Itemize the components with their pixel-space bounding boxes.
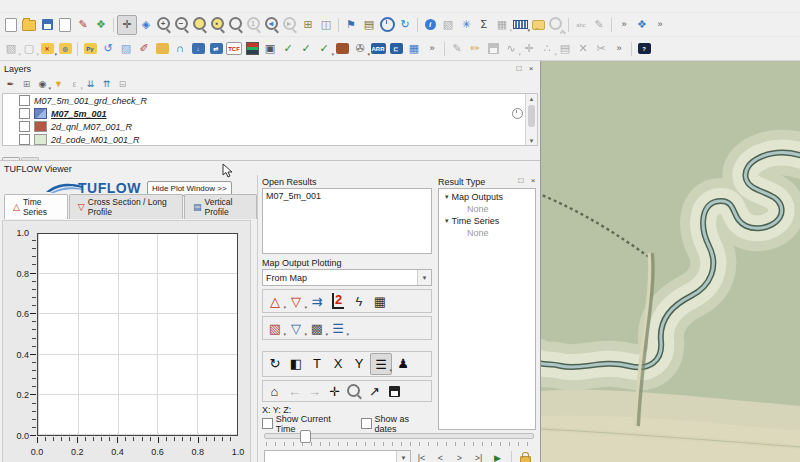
save-figure-button[interactable] xyxy=(385,382,404,400)
save-project-button[interactable] xyxy=(38,16,56,34)
result-type-parent[interactable]: Map Outputs xyxy=(441,191,533,203)
check-files-3-button[interactable]: ✓ xyxy=(315,40,333,58)
layer-visibility-checkbox[interactable] xyxy=(19,95,30,106)
plot-cross-section-button[interactable]: ▽ xyxy=(286,291,306,311)
3d-box-button[interactable] xyxy=(153,40,171,58)
select-rectangle-button[interactable]: ▧ xyxy=(2,40,20,58)
layer-visibility-checkbox[interactable] xyxy=(19,108,30,119)
cs-from-map-button[interactable]: ▽ xyxy=(286,318,306,338)
edit-pencil-gray-button[interactable]: ✎ xyxy=(448,40,466,58)
panel-close-icon[interactable]: × xyxy=(528,175,538,185)
layers-scrollbar[interactable]: ▲ ▼ xyxy=(525,94,537,145)
toolbar-overflow-1[interactable]: » xyxy=(615,16,633,34)
save-project-as-button[interactable] xyxy=(56,16,74,34)
open-layer-styling-button[interactable]: ✒ xyxy=(3,77,18,92)
scroll-down-icon[interactable]: ▼ xyxy=(529,136,535,145)
clear-plot-button[interactable]: ◧ xyxy=(286,353,306,373)
select-by-location-button[interactable]: ◎ xyxy=(56,40,74,58)
panel-tab-layers[interactable] xyxy=(2,157,20,160)
zoom-last-button[interactable]: ◂ xyxy=(263,16,281,34)
check-files-2-button[interactable]: ✓ xyxy=(297,40,315,58)
scroll-up-icon[interactable]: ▲ xyxy=(529,94,535,103)
filter-legend-button[interactable]: ▼ xyxy=(51,77,66,92)
select-features-button[interactable]: ▧ xyxy=(439,16,457,34)
layer-item-2d-qnl[interactable]: 2d_qnl_M07_001_R xyxy=(3,120,537,133)
remove-layer-button[interactable]: ⊟ xyxy=(115,77,130,92)
filter-by-expression-button[interactable]: ε xyxy=(67,77,82,92)
time-slider[interactable] xyxy=(262,430,536,442)
plot-user-button[interactable]: ♟ xyxy=(393,353,413,373)
checkbox-box[interactable] xyxy=(361,418,372,429)
layer-visibility-checkbox[interactable] xyxy=(19,134,30,145)
result-type-child[interactable]: None xyxy=(441,227,533,239)
identify-features-button[interactable]: i xyxy=(421,16,439,34)
tab-time-series[interactable]: △Time Series xyxy=(4,194,68,219)
toolbar-overflow-2[interactable]: » xyxy=(651,16,669,34)
show-bookmarks-button[interactable]: ▤ xyxy=(360,16,378,34)
delete-selected-button[interactable]: ✕ xyxy=(574,40,592,58)
curtain-plot-button[interactable]: ▩ xyxy=(307,318,327,338)
chevron-down-icon[interactable]: ▼ xyxy=(396,451,410,462)
plot-source-dropdown[interactable]: From Map ▼ xyxy=(262,269,432,286)
deselect-all-button[interactable]: ▢ xyxy=(20,40,38,58)
tcf-tool-button[interactable]: TCF xyxy=(225,40,243,58)
save-edits-button[interactable] xyxy=(484,40,502,58)
zoom-full-button[interactable] xyxy=(191,16,209,34)
map-tips-button[interactable] xyxy=(529,16,547,34)
refresh-map-button[interactable]: ↻ xyxy=(396,16,414,34)
configure-plot-button[interactable]: ↗ xyxy=(365,382,384,400)
select-by-value-button[interactable]: ✕ xyxy=(38,40,56,58)
result-type-child[interactable]: None xyxy=(441,203,533,215)
play-button[interactable]: ▶ xyxy=(489,450,506,462)
statistics-summary-button[interactable]: Σ xyxy=(475,16,493,34)
animal-mascot-button[interactable] xyxy=(333,40,351,58)
map-canvas[interactable] xyxy=(540,61,800,462)
refresh-plot-button[interactable]: ↻ xyxy=(265,353,285,373)
time-slider-track[interactable] xyxy=(264,433,534,439)
panel-float-icon[interactable]: □ xyxy=(514,64,524,74)
vertex-tool-button[interactable]: ∴ xyxy=(538,40,556,58)
legend-options-button[interactable]: ☰ xyxy=(370,353,392,375)
cut-features-button[interactable]: ✂ xyxy=(592,40,610,58)
home-plot-button[interactable]: ⌂ xyxy=(265,382,284,400)
new-project-button[interactable] xyxy=(2,16,20,34)
window-capture-button[interactable]: ▣ xyxy=(261,40,279,58)
add-line-feature-button[interactable]: ∿ xyxy=(502,40,520,58)
layer-styles-button[interactable] xyxy=(243,40,261,58)
check-files-1-button[interactable]: ✓ xyxy=(279,40,297,58)
project-properties-button[interactable]: ✎ xyxy=(74,16,92,34)
processing-toolbox-button[interactable]: ✳ xyxy=(457,16,475,34)
result-type-parent[interactable]: Time Series xyxy=(441,215,533,227)
plot-flux-secondary-button[interactable]: 2 xyxy=(328,291,348,311)
plot-timeseries-button[interactable]: △ xyxy=(265,291,285,311)
layer-visibility-checkbox[interactable] xyxy=(19,121,30,132)
forward-plot-button[interactable]: → xyxy=(305,382,324,400)
panel-float-icon[interactable]: □ xyxy=(516,175,526,185)
open-results-item[interactable]: M07_5m_001 xyxy=(266,191,428,201)
add-layers-button[interactable]: ❖ xyxy=(633,16,651,34)
x-axis-limits-button[interactable]: X xyxy=(328,353,348,373)
edit-attributes-button[interactable]: ▤ xyxy=(556,40,574,58)
lock-axis-button[interactable] xyxy=(517,450,534,462)
layer-item-m07-5m-001[interactable]: M07_5m_001 xyxy=(3,107,537,120)
attribute-table-button[interactable]: ▦ xyxy=(493,16,511,34)
zoom-plot-button[interactable] xyxy=(345,382,364,400)
zoom-next-button[interactable]: ▸ xyxy=(281,16,299,34)
label-abc-button[interactable]: abc xyxy=(572,16,590,34)
open-results-list[interactable]: M07_5m_001 xyxy=(262,188,432,254)
style-manager-button[interactable]: ❖ xyxy=(92,16,110,34)
plugin-connector-button[interactable]: ⊏ xyxy=(387,40,405,58)
step-first-button[interactable]: |< xyxy=(413,450,430,462)
plot-flux-button[interactable]: ⇉ xyxy=(307,291,327,311)
y-axis-limits-button[interactable]: Y xyxy=(349,353,369,373)
annotation-pen-button[interactable]: ✐ xyxy=(135,40,153,58)
chevron-down-icon[interactable]: ▼ xyxy=(417,270,431,285)
plot-grid-button[interactable]: ▦ xyxy=(370,291,390,311)
tuflow-plugin-button[interactable]: ∩ xyxy=(171,40,189,58)
search-locator-button[interactable] xyxy=(547,16,565,34)
step-back-button[interactable]: < xyxy=(432,450,449,462)
pan-map-button[interactable]: ✛ xyxy=(117,15,137,35)
pan-plot-button[interactable]: ✛ xyxy=(325,382,344,400)
manage-map-themes-button[interactable]: ◉ xyxy=(35,77,50,92)
python-console-button[interactable]: Py xyxy=(81,40,99,58)
